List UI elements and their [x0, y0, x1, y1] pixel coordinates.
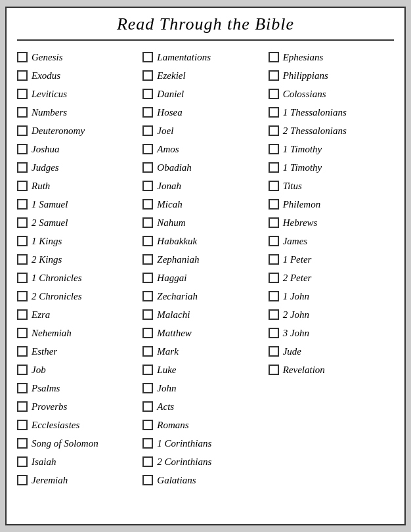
book-checkbox[interactable]	[17, 456, 28, 467]
book-label: 1 Timothy	[283, 162, 322, 173]
column-3: EphesiansPhilippiansColossians1 Thessalo…	[269, 49, 394, 378]
book-checkbox[interactable]	[269, 70, 279, 81]
book-checkbox[interactable]	[269, 254, 279, 265]
book-label: Matthew	[157, 328, 192, 339]
book-checkbox[interactable]	[142, 328, 153, 338]
book-checkbox[interactable]	[142, 273, 153, 283]
book-checkbox[interactable]	[17, 365, 28, 375]
book-checkbox[interactable]	[17, 438, 28, 449]
book-checkbox[interactable]	[142, 365, 153, 375]
book-checkbox[interactable]	[17, 254, 28, 265]
list-item: Ezekiel	[142, 67, 268, 84]
book-checkbox[interactable]	[17, 309, 28, 320]
book-checkbox[interactable]	[142, 346, 153, 357]
book-label: Psalms	[32, 383, 60, 394]
book-checkbox[interactable]	[269, 181, 279, 191]
book-checkbox[interactable]	[142, 52, 153, 62]
book-checkbox[interactable]	[17, 217, 28, 228]
book-checkbox[interactable]	[17, 52, 28, 62]
list-item: Mark	[142, 343, 268, 360]
book-checkbox[interactable]	[17, 107, 28, 118]
book-label: Acts	[157, 401, 174, 412]
book-label: 1 John	[283, 291, 309, 302]
list-item: Jude	[269, 343, 394, 360]
list-item: Obadiah	[142, 159, 268, 176]
book-checkbox[interactable]	[269, 273, 279, 283]
book-checkbox[interactable]	[142, 420, 153, 430]
list-item: Judges	[17, 159, 142, 176]
book-checkbox[interactable]	[17, 383, 28, 393]
book-checkbox[interactable]	[269, 236, 279, 246]
book-checkbox[interactable]	[142, 107, 153, 118]
book-checkbox[interactable]	[17, 475, 28, 485]
book-label: Obadiah	[157, 162, 192, 173]
book-checkbox[interactable]	[17, 199, 28, 210]
book-label: Hebrews	[283, 217, 318, 229]
list-item: 1 Peter	[269, 251, 394, 268]
list-item: Jeremiah	[17, 472, 142, 489]
book-checkbox[interactable]	[269, 125, 279, 136]
book-checkbox[interactable]	[142, 199, 153, 210]
list-item: Ecclesiastes	[17, 416, 142, 433]
list-item: Titus	[269, 177, 394, 194]
book-checkbox[interactable]	[17, 273, 28, 283]
book-checkbox[interactable]	[269, 107, 279, 118]
book-checkbox[interactable]	[269, 162, 279, 173]
book-checkbox[interactable]	[269, 199, 279, 210]
book-checkbox[interactable]	[17, 420, 28, 430]
book-checkbox[interactable]	[269, 346, 279, 357]
book-label: Titus	[283, 181, 302, 192]
list-item: Galatians	[142, 472, 268, 489]
book-checkbox[interactable]	[17, 401, 28, 412]
book-checkbox[interactable]	[17, 291, 28, 301]
book-checkbox[interactable]	[142, 383, 153, 393]
book-checkbox[interactable]	[269, 309, 279, 320]
book-checkbox[interactable]	[142, 475, 153, 485]
book-checkbox[interactable]	[142, 89, 153, 99]
book-checkbox[interactable]	[17, 181, 28, 191]
book-checkbox[interactable]	[142, 162, 153, 173]
book-checkbox[interactable]	[142, 438, 153, 449]
book-label: Haggai	[157, 273, 186, 284]
book-checkbox[interactable]	[142, 217, 153, 228]
book-checkbox[interactable]	[17, 70, 28, 81]
book-checkbox[interactable]	[269, 217, 279, 228]
book-checkbox[interactable]	[17, 328, 28, 338]
book-checkbox[interactable]	[269, 328, 279, 338]
list-item: 2 Kings	[17, 251, 142, 268]
book-label: Genesis	[32, 52, 63, 63]
book-checkbox[interactable]	[17, 125, 28, 136]
book-checkbox[interactable]	[269, 89, 279, 99]
book-checkbox[interactable]	[17, 346, 28, 357]
book-checkbox[interactable]	[17, 236, 28, 246]
book-label: 2 Chronicles	[32, 291, 82, 302]
book-checkbox[interactable]	[269, 291, 279, 301]
list-item: Lamentations	[142, 49, 268, 66]
book-checkbox[interactable]	[142, 254, 153, 265]
book-checkbox[interactable]	[142, 144, 153, 154]
book-checkbox[interactable]	[17, 162, 28, 173]
list-item: Joshua	[17, 141, 142, 158]
book-checkbox[interactable]	[142, 236, 153, 246]
book-checkbox[interactable]	[142, 70, 153, 81]
book-checkbox[interactable]	[142, 456, 153, 467]
book-checkbox[interactable]	[269, 52, 279, 62]
list-item: 2 Chronicles	[17, 288, 142, 305]
book-checkbox[interactable]	[269, 365, 279, 375]
list-item: 2 Samuel	[17, 214, 142, 231]
book-checkbox[interactable]	[142, 181, 153, 191]
book-label: 2 John	[283, 309, 309, 321]
book-label: Jonah	[157, 181, 181, 192]
list-item: Joel	[142, 122, 268, 139]
book-checkbox[interactable]	[142, 401, 153, 412]
book-checkbox[interactable]	[142, 309, 153, 320]
book-checkbox[interactable]	[142, 125, 153, 136]
list-item: Ezra	[17, 306, 142, 323]
book-checkbox[interactable]	[142, 291, 153, 301]
book-label: Isaiah	[32, 456, 56, 468]
book-checkbox[interactable]	[17, 89, 28, 99]
book-label: Ruth	[32, 181, 50, 192]
book-checkbox[interactable]	[269, 144, 279, 154]
list-item: 2 John	[269, 306, 394, 323]
book-checkbox[interactable]	[17, 144, 28, 154]
